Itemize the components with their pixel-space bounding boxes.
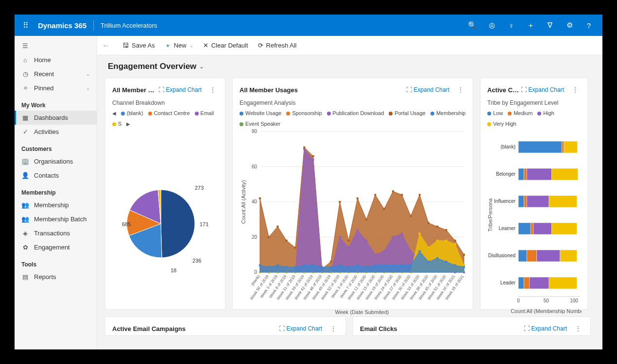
svg-rect-108 <box>445 261 447 263</box>
more-icon[interactable]: ⋮ <box>455 86 466 94</box>
sidebar-item-transactions[interactable]: ◈Transactions <box>15 226 97 240</box>
sidebar-section-customers: Customers <box>15 139 97 154</box>
help-icon[interactable]: ? <box>579 15 599 36</box>
svg-rect-19 <box>294 247 296 248</box>
task-icon[interactable]: ◎ <box>482 15 501 36</box>
pie-chart: 18171236273685 <box>112 127 219 301</box>
expand-icon: ⛶ <box>158 86 164 93</box>
legend-item: Website Usage <box>240 110 281 116</box>
svg-rect-56 <box>410 250 411 252</box>
more-icon[interactable]: ⋮ <box>207 86 218 94</box>
svg-rect-100 <box>374 265 376 266</box>
sidebar-item-home[interactable]: ⌂Home <box>15 53 97 67</box>
svg-rect-106 <box>428 261 429 263</box>
card-channel-breakdown: All Member Usa... ⛶Expand Chart ⋮ Channe… <box>105 78 225 310</box>
app-launcher-icon[interactable]: ⠿ <box>18 21 33 30</box>
expand-icon: ⛶ <box>524 325 530 332</box>
svg-text:18: 18 <box>171 267 176 273</box>
expand-chart-button[interactable]: ⛶Expand Chart <box>279 325 322 332</box>
svg-rect-29 <box>383 208 385 210</box>
legend-item: Event Speaker <box>240 121 280 127</box>
save-as-button[interactable]: 🖫Save As <box>122 42 155 49</box>
legend-next-icon[interactable]: ▶ <box>126 121 130 127</box>
sidebar-item-membership[interactable]: 👥Membership <box>15 198 97 212</box>
more-icon[interactable]: ⋮ <box>570 86 581 94</box>
svg-rect-92 <box>303 265 305 266</box>
svg-rect-105 <box>419 250 421 252</box>
sidebar-section-membership: Membership <box>15 182 97 198</box>
legend-prev-icon[interactable]: ◀ <box>112 111 116 116</box>
more-icon[interactable]: ⋮ <box>328 325 339 332</box>
subbrand-label: Trillium Accelerators <box>96 22 162 29</box>
svg-rect-97 <box>348 266 350 268</box>
legend-item: Sponsorship <box>286 110 322 116</box>
svg-rect-55 <box>401 232 403 234</box>
filter-icon[interactable]: ∇ <box>540 15 560 36</box>
chevron-down-icon: ⌄ <box>86 85 90 91</box>
search-icon[interactable]: 🔍 <box>463 15 482 36</box>
settings-icon[interactable]: ⚙ <box>560 15 579 36</box>
sidebar-item-reports[interactable]: ▤Reports <box>15 270 97 284</box>
card-title: Email Clicks <box>360 325 524 332</box>
svg-rect-88 <box>268 266 270 268</box>
expand-chart-button[interactable]: ⛶Expand Chart <box>158 86 202 93</box>
sidebar-item-organisations[interactable]: 🏢Organisations <box>15 154 97 168</box>
svg-text:273: 273 <box>195 185 204 191</box>
svg-rect-155 <box>552 223 577 234</box>
chevron-down-icon[interactable]: ⌄ <box>199 63 204 70</box>
svg-text:Count:All (Activity): Count:All (Activity) <box>240 180 246 224</box>
sidebar-item-membership-batch[interactable]: 👥Membership Batch <box>15 212 97 226</box>
back-icon[interactable]: ← <box>102 41 110 50</box>
sidebar-section-my-work: My Work <box>15 95 97 111</box>
svg-rect-150 <box>549 196 577 207</box>
svg-rect-91 <box>294 266 296 268</box>
sidebar-item-recent[interactable]: ◷Recent⌄ <box>15 67 97 81</box>
clear-default-button[interactable]: ✕Clear Default <box>203 42 248 49</box>
svg-rect-54 <box>392 236 394 238</box>
sidebar-item-contacts[interactable]: 👤Contacts <box>15 168 97 182</box>
page-title-bar: Engagement Overview ⌄ <box>97 55 602 78</box>
refresh-icon: ⟳ <box>258 42 263 49</box>
svg-rect-137 <box>518 141 562 153</box>
legend-item: Very High <box>487 121 516 127</box>
svg-rect-158 <box>527 250 537 262</box>
svg-rect-35 <box>436 226 438 228</box>
idea-icon[interactable]: ♀ <box>501 15 521 36</box>
page-title[interactable]: Engagement Overview <box>108 62 196 71</box>
sidebar-item-dashboards[interactable]: ▦Dashboards <box>15 111 97 125</box>
svg-rect-33 <box>419 194 421 196</box>
card-active-email: Active Email Campaigns ⛶Expand Chart ⋮ <box>105 316 346 336</box>
svg-text:50: 50 <box>544 298 549 303</box>
legend-item: (blank) <box>121 110 143 116</box>
topbar: ⠿ Dynamics 365 Trillium Accelerators 🔍 ◎… <box>15 15 602 36</box>
pie-legend: ◀(blank)Contact CentreEmailS▶ <box>112 110 218 127</box>
svg-rect-159 <box>537 250 560 262</box>
new-button[interactable]: ＋New⌄ <box>165 41 193 50</box>
add-icon[interactable]: ＋ <box>521 15 540 36</box>
svg-rect-26 <box>357 198 359 199</box>
sidebar: ☰ ⌂Home◷Recent⌄✧Pinned⌄ My Work▦Dashboar… <box>15 36 97 349</box>
svg-rect-20 <box>303 147 305 149</box>
chevron-down-icon: ⌄ <box>86 71 90 77</box>
sidebar-item-activities[interactable]: ✓Activities <box>15 125 97 139</box>
refresh-button[interactable]: ⟳Refresh All <box>258 42 297 49</box>
expand-chart-button[interactable]: ⛶Expand Chart <box>524 325 567 332</box>
nav-label: Engagement <box>34 244 70 251</box>
more-icon[interactable]: ⋮ <box>573 325 583 332</box>
svg-rect-45 <box>312 159 314 161</box>
nav-icon: ▤ <box>21 273 29 281</box>
main: ← 🖫Save As ＋New⌄ ✕Clear Default ⟳Refresh… <box>97 36 602 349</box>
svg-text:(blank): (blank) <box>500 144 515 149</box>
svg-text:Tribe/Persona: Tribe/Persona <box>487 198 493 232</box>
hamburger-icon[interactable]: ☰ <box>15 39 97 53</box>
nav-label: Dashboards <box>34 114 68 121</box>
expand-chart-button[interactable]: ⛶Expand Chart <box>521 86 564 93</box>
nav-icon: ✧ <box>21 84 29 92</box>
legend-item: High <box>537 110 554 116</box>
svg-rect-17 <box>277 226 279 228</box>
sidebar-item-pinned[interactable]: ✧Pinned⌄ <box>15 81 97 95</box>
sidebar-item-engagement[interactable]: ✿Engagement <box>15 240 97 254</box>
expand-chart-button[interactable]: ⛶Expand Chart <box>406 86 449 93</box>
svg-rect-50 <box>357 229 359 231</box>
svg-rect-83 <box>436 240 438 242</box>
